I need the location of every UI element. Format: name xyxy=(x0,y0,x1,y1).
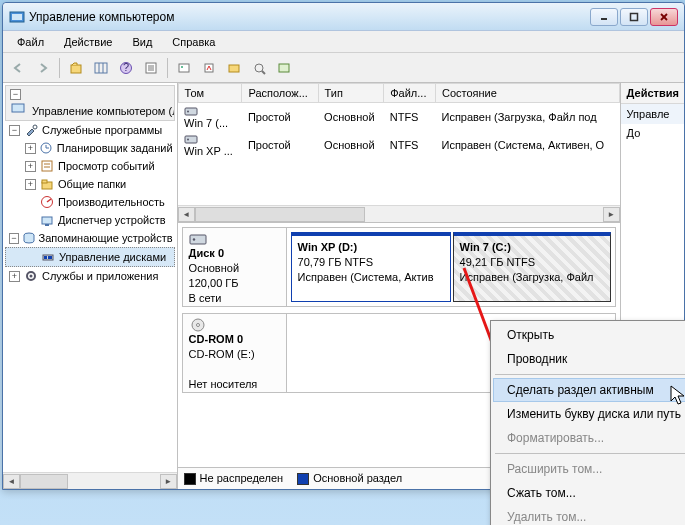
disk-info: Диск 0Основной120,00 ГБВ сети xyxy=(183,228,287,306)
col-volume[interactable]: Том xyxy=(178,84,242,103)
col-layout[interactable]: Располож... xyxy=(242,84,318,103)
svg-rect-28 xyxy=(42,161,52,171)
t-icon-3[interactable] xyxy=(223,57,245,79)
maximize-button[interactable] xyxy=(620,8,648,26)
svg-rect-43 xyxy=(185,108,197,115)
tree-item[interactable]: +Службы и приложения xyxy=(5,267,175,285)
grid-scrollbar[interactable]: ◄► xyxy=(178,205,620,222)
tree-label: Диспетчер устройств xyxy=(58,214,166,226)
tree-item[interactable]: −Служебные программы xyxy=(5,121,175,139)
t-icon-4[interactable] xyxy=(248,57,270,79)
svg-rect-22 xyxy=(279,64,289,72)
tree-icon xyxy=(39,158,55,174)
tree-label: Запоминающие устройств xyxy=(39,232,173,244)
partition[interactable]: Win 7 (C:)49,21 ГБ NTFSИсправен (Загрузк… xyxy=(453,232,611,302)
actions-more[interactable]: До xyxy=(621,124,684,142)
twisty-icon[interactable]: − xyxy=(9,125,20,136)
back-button[interactable] xyxy=(7,57,29,79)
ctx-extend[interactable]: Расширить том... xyxy=(493,457,685,481)
svg-rect-35 xyxy=(42,217,52,224)
svg-text:?: ? xyxy=(123,61,129,73)
svg-rect-45 xyxy=(185,136,197,143)
computer-icon xyxy=(10,100,26,116)
disk-row: Диск 0Основной120,00 ГБВ сетиWin XP (D:)… xyxy=(182,227,616,307)
list-icon[interactable] xyxy=(140,57,162,79)
svg-point-46 xyxy=(187,139,189,141)
svg-point-42 xyxy=(30,275,33,278)
tree-label: Служебные программы xyxy=(42,124,162,136)
menu-view[interactable]: Вид xyxy=(122,34,162,50)
twisty-icon[interactable]: − xyxy=(9,233,19,244)
tree-header-label: Управление компьютером (ло xyxy=(32,105,175,117)
t-icon-1[interactable] xyxy=(173,57,195,79)
ctx-shrink[interactable]: Сжать том... xyxy=(493,481,685,505)
legend-primary: Основной раздел xyxy=(313,472,402,484)
tree-item[interactable]: Производительность xyxy=(5,193,175,211)
table-row[interactable]: Win 7 (...ПростойОсновнойNTFSИсправен (З… xyxy=(178,103,619,132)
svg-point-24 xyxy=(33,125,37,129)
svg-rect-16 xyxy=(179,64,189,72)
app-icon xyxy=(9,9,25,25)
col-type[interactable]: Тип xyxy=(318,84,384,103)
tree-icon xyxy=(39,212,55,228)
table-row[interactable]: Win XP ...ПростойОсновнойNTFSИсправен (С… xyxy=(178,131,619,159)
tree-icon xyxy=(39,140,54,156)
actions-sub[interactable]: Управле xyxy=(621,104,684,124)
tree-icon xyxy=(39,194,55,210)
menu-file[interactable]: Файл xyxy=(7,34,54,50)
tree-label: Просмотр событий xyxy=(58,160,155,172)
svg-rect-36 xyxy=(45,224,49,226)
twisty-icon[interactable]: + xyxy=(25,179,36,190)
svg-rect-23 xyxy=(12,104,24,112)
menu-action[interactable]: Действие xyxy=(54,34,122,50)
minimize-button[interactable] xyxy=(590,8,618,26)
ctx-delete[interactable]: Удалить том... xyxy=(493,505,685,525)
tree-item[interactable]: Диспетчер устройств xyxy=(5,211,175,229)
partition[interactable]: Win XP (D:)70,79 ГБ NTFSИсправен (Систем… xyxy=(291,232,451,302)
tree-label: Службы и приложения xyxy=(42,270,158,282)
tree-icon xyxy=(23,122,39,138)
ctx-make-active[interactable]: Сделать раздел активным xyxy=(493,378,685,402)
t-icon-5[interactable] xyxy=(273,57,295,79)
tree-label: Общие папки xyxy=(58,178,126,190)
tree-item[interactable]: −Запоминающие устройств xyxy=(5,229,175,247)
ctx-explore[interactable]: Проводник xyxy=(493,347,685,371)
tree-item[interactable]: +Общие папки xyxy=(5,175,175,193)
help-icon[interactable]: ? xyxy=(115,57,137,79)
t-icon-2[interactable] xyxy=(198,57,220,79)
actions-header: Действия xyxy=(621,83,684,104)
close-button[interactable] xyxy=(650,8,678,26)
tree-label: Планировщик заданий xyxy=(57,142,173,154)
tree-item[interactable]: +Планировщик заданий xyxy=(5,139,175,157)
tree-icon xyxy=(40,249,56,265)
ctx-open[interactable]: Открыть xyxy=(493,323,685,347)
col-status[interactable]: Состояние xyxy=(435,84,619,103)
ctx-change-letter[interactable]: Изменить букву диска или путь ... xyxy=(493,402,685,426)
tree-item[interactable]: +Просмотр событий xyxy=(5,157,175,175)
col-fs[interactable]: Файл... xyxy=(384,84,436,103)
tree-header: − Управление компьютером (ло xyxy=(5,85,175,121)
window-title: Управление компьютером xyxy=(29,10,590,24)
svg-rect-40 xyxy=(48,256,52,259)
menu-help[interactable]: Справка xyxy=(162,34,225,50)
twisty-icon[interactable]: − xyxy=(10,89,21,100)
svg-rect-3 xyxy=(631,13,638,20)
volume-grid: Том Располож... Тип Файл... Состояние Wi… xyxy=(178,83,620,223)
svg-rect-32 xyxy=(42,180,47,183)
twisty-icon[interactable]: + xyxy=(25,143,36,154)
panes-icon[interactable] xyxy=(90,57,112,79)
tree-icon xyxy=(22,230,36,246)
up-icon[interactable] xyxy=(65,57,87,79)
svg-point-44 xyxy=(187,111,189,113)
menubar: Файл Действие Вид Справка xyxy=(3,31,684,53)
tree-icon xyxy=(23,268,39,284)
twisty-icon[interactable]: + xyxy=(25,161,36,172)
titlebar: Управление компьютером xyxy=(3,3,684,31)
tree-scrollbar[interactable]: ◄► xyxy=(3,472,177,489)
twisty-icon[interactable]: + xyxy=(9,271,20,282)
tree-label: Управление дисками xyxy=(59,251,166,263)
forward-button[interactable] xyxy=(32,57,54,79)
svg-point-20 xyxy=(255,64,263,72)
tree-item[interactable]: Управление дисками xyxy=(5,247,175,267)
ctx-format[interactable]: Форматировать... xyxy=(493,426,685,450)
